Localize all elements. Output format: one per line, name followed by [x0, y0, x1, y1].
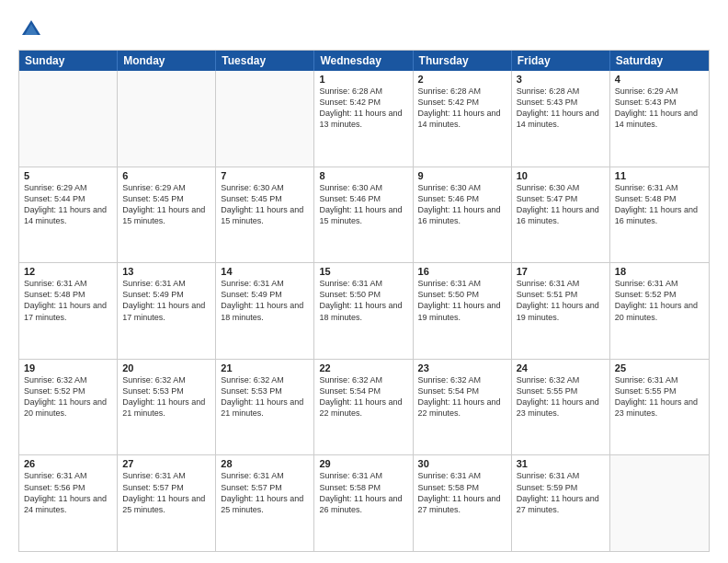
day-info: Sunrise: 6:31 AM Sunset: 5:57 PM Dayligh…: [122, 470, 210, 515]
day-info: Sunrise: 6:31 AM Sunset: 5:56 PM Dayligh…: [24, 470, 112, 515]
day-info: Sunrise: 6:31 AM Sunset: 5:49 PM Dayligh…: [122, 278, 210, 323]
day-header: Saturday: [610, 51, 709, 71]
day-info: Sunrise: 6:30 AM Sunset: 5:47 PM Dayligh…: [517, 182, 605, 227]
day-info: Sunrise: 6:31 AM Sunset: 5:55 PM Dayligh…: [615, 374, 704, 419]
day-number: 16: [418, 266, 506, 277]
day-cell: 27Sunrise: 6:31 AM Sunset: 5:57 PM Dayli…: [118, 455, 216, 551]
day-number: 19: [24, 362, 112, 373]
week-row: 26Sunrise: 6:31 AM Sunset: 5:56 PM Dayli…: [19, 454, 709, 551]
day-cell: 10Sunrise: 6:30 AM Sunset: 5:47 PM Dayli…: [512, 167, 610, 263]
day-number: 3: [517, 74, 605, 85]
logo-icon: [18, 17, 44, 42]
day-number: 7: [221, 170, 309, 181]
day-cell: 23Sunrise: 6:32 AM Sunset: 5:54 PM Dayli…: [414, 360, 512, 455]
day-header: Tuesday: [216, 51, 314, 71]
day-info: Sunrise: 6:31 AM Sunset: 5:52 PM Dayligh…: [615, 278, 704, 323]
day-cell: 13Sunrise: 6:31 AM Sunset: 5:49 PM Dayli…: [118, 263, 216, 359]
day-cell: 5Sunrise: 6:29 AM Sunset: 5:44 PM Daylig…: [19, 167, 118, 263]
day-info: Sunrise: 6:31 AM Sunset: 5:48 PM Dayligh…: [615, 182, 704, 227]
day-number: 30: [418, 458, 506, 469]
day-info: Sunrise: 6:31 AM Sunset: 5:58 PM Dayligh…: [319, 470, 407, 515]
day-header: Wednesday: [314, 51, 413, 71]
day-number: 2: [418, 74, 506, 85]
day-number: 1: [319, 74, 407, 85]
day-info: Sunrise: 6:31 AM Sunset: 5:57 PM Dayligh…: [221, 470, 309, 515]
day-info: Sunrise: 6:32 AM Sunset: 5:55 PM Dayligh…: [517, 374, 605, 419]
day-header: Friday: [512, 51, 610, 71]
day-number: 12: [24, 266, 112, 277]
page: SundayMondayTuesdayWednesdayThursdayFrid…: [0, 0, 728, 563]
day-number: 29: [319, 458, 407, 469]
day-cell: 30Sunrise: 6:31 AM Sunset: 5:58 PM Dayli…: [414, 455, 512, 551]
day-cell: 15Sunrise: 6:31 AM Sunset: 5:50 PM Dayli…: [314, 263, 413, 359]
day-cell: 4Sunrise: 6:29 AM Sunset: 5:43 PM Daylig…: [610, 71, 709, 167]
day-info: Sunrise: 6:28 AM Sunset: 5:42 PM Dayligh…: [418, 86, 506, 131]
day-number: 23: [418, 362, 506, 373]
calendar: SundayMondayTuesdayWednesdayThursdayFrid…: [18, 50, 710, 552]
day-info: Sunrise: 6:30 AM Sunset: 5:46 PM Dayligh…: [319, 182, 407, 227]
logo: [18, 17, 48, 42]
day-number: 17: [517, 266, 605, 277]
day-info: Sunrise: 6:29 AM Sunset: 5:44 PM Dayligh…: [24, 182, 112, 227]
day-cell: 14Sunrise: 6:31 AM Sunset: 5:49 PM Dayli…: [216, 263, 314, 359]
day-number: 9: [418, 170, 506, 181]
day-info: Sunrise: 6:29 AM Sunset: 5:43 PM Dayligh…: [615, 86, 704, 131]
day-cell: 19Sunrise: 6:32 AM Sunset: 5:52 PM Dayli…: [19, 360, 118, 455]
day-cell: 16Sunrise: 6:31 AM Sunset: 5:50 PM Dayli…: [414, 263, 512, 359]
weeks: 1Sunrise: 6:28 AM Sunset: 5:42 PM Daylig…: [19, 71, 709, 551]
day-number: 26: [24, 458, 112, 469]
week-row: 1Sunrise: 6:28 AM Sunset: 5:42 PM Daylig…: [19, 71, 709, 167]
day-number: 31: [517, 458, 605, 469]
day-number: 28: [221, 458, 309, 469]
day-cell: 6Sunrise: 6:29 AM Sunset: 5:45 PM Daylig…: [118, 167, 216, 263]
day-cell: 25Sunrise: 6:31 AM Sunset: 5:55 PM Dayli…: [610, 360, 709, 455]
day-info: Sunrise: 6:28 AM Sunset: 5:43 PM Dayligh…: [517, 86, 605, 131]
day-info: Sunrise: 6:31 AM Sunset: 5:59 PM Dayligh…: [517, 470, 605, 515]
day-number: 13: [122, 266, 210, 277]
day-info: Sunrise: 6:32 AM Sunset: 5:53 PM Dayligh…: [221, 374, 309, 419]
day-number: 24: [517, 362, 605, 373]
day-info: Sunrise: 6:31 AM Sunset: 5:48 PM Dayligh…: [24, 278, 112, 323]
day-cell: 7Sunrise: 6:30 AM Sunset: 5:45 PM Daylig…: [216, 167, 314, 263]
day-cell: 26Sunrise: 6:31 AM Sunset: 5:56 PM Dayli…: [19, 455, 118, 551]
day-cell: 18Sunrise: 6:31 AM Sunset: 5:52 PM Dayli…: [610, 263, 709, 359]
day-info: Sunrise: 6:31 AM Sunset: 5:51 PM Dayligh…: [517, 278, 605, 323]
day-number: 20: [122, 362, 210, 373]
day-number: 10: [517, 170, 605, 181]
day-cell: 2Sunrise: 6:28 AM Sunset: 5:42 PM Daylig…: [414, 71, 512, 167]
day-info: Sunrise: 6:31 AM Sunset: 5:50 PM Dayligh…: [418, 278, 506, 323]
week-row: 5Sunrise: 6:29 AM Sunset: 5:44 PM Daylig…: [19, 167, 709, 263]
day-number: 5: [24, 170, 112, 181]
day-info: Sunrise: 6:32 AM Sunset: 5:52 PM Dayligh…: [24, 374, 112, 419]
day-cell: 9Sunrise: 6:30 AM Sunset: 5:46 PM Daylig…: [414, 167, 512, 263]
day-number: 14: [221, 266, 309, 277]
day-cell: [19, 71, 118, 167]
day-info: Sunrise: 6:30 AM Sunset: 5:46 PM Dayligh…: [418, 182, 506, 227]
day-info: Sunrise: 6:31 AM Sunset: 5:50 PM Dayligh…: [319, 278, 407, 323]
day-info: Sunrise: 6:31 AM Sunset: 5:58 PM Dayligh…: [418, 470, 506, 515]
day-cell: 24Sunrise: 6:32 AM Sunset: 5:55 PM Dayli…: [512, 360, 610, 455]
day-cell: 20Sunrise: 6:32 AM Sunset: 5:53 PM Dayli…: [118, 360, 216, 455]
day-header: Thursday: [414, 51, 512, 71]
day-cell: [610, 455, 709, 551]
day-number: 18: [615, 266, 704, 277]
header: [18, 17, 710, 42]
day-cell: 8Sunrise: 6:30 AM Sunset: 5:46 PM Daylig…: [314, 167, 413, 263]
day-number: 22: [319, 362, 407, 373]
day-cell: 1Sunrise: 6:28 AM Sunset: 5:42 PM Daylig…: [314, 71, 413, 167]
day-header: Sunday: [19, 51, 118, 71]
day-number: 6: [122, 170, 210, 181]
day-cell: 12Sunrise: 6:31 AM Sunset: 5:48 PM Dayli…: [19, 263, 118, 359]
day-cell: 22Sunrise: 6:32 AM Sunset: 5:54 PM Dayli…: [314, 360, 413, 455]
day-number: 11: [615, 170, 704, 181]
day-headers: SundayMondayTuesdayWednesdayThursdayFrid…: [19, 51, 709, 71]
day-info: Sunrise: 6:32 AM Sunset: 5:54 PM Dayligh…: [319, 374, 407, 419]
day-number: 15: [319, 266, 407, 277]
day-number: 25: [615, 362, 704, 373]
day-cell: 11Sunrise: 6:31 AM Sunset: 5:48 PM Dayli…: [610, 167, 709, 263]
day-number: 4: [615, 74, 704, 85]
day-info: Sunrise: 6:29 AM Sunset: 5:45 PM Dayligh…: [122, 182, 210, 227]
day-cell: [216, 71, 314, 167]
day-cell: 28Sunrise: 6:31 AM Sunset: 5:57 PM Dayli…: [216, 455, 314, 551]
day-cell: [118, 71, 216, 167]
